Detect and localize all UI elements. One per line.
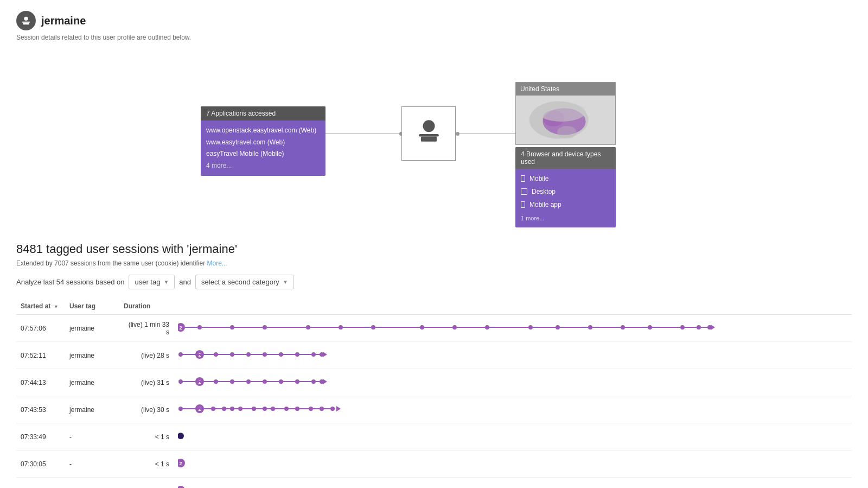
- apps-box-body: www.openstack.easytravel.com (Web) www.e…: [201, 121, 326, 176]
- svg-point-0: [24, 17, 28, 21]
- table-header-row: Started at ▼ User tag Duration: [16, 299, 852, 315]
- table-row[interactable]: 07:43:53jermaine(live) 30 s2: [16, 396, 852, 423]
- table-row[interactable]: 07:44:13jermaine(live) 31 s2: [16, 369, 852, 396]
- svg-point-38: [230, 352, 234, 357]
- cell-chart: 2: [174, 369, 852, 396]
- device-mobileapp: Mobile app: [521, 198, 610, 211]
- col-header-duration: Duration: [119, 299, 174, 315]
- timeline-svg: 2: [178, 401, 748, 417]
- cell-duration: (live) 31 s: [119, 369, 174, 396]
- timeline-svg: [178, 428, 748, 444]
- device-label-mobile: Mobile: [529, 172, 548, 185]
- app-item-3: easyTravel Mobile (Mobile): [206, 148, 320, 160]
- user-node-icon: [414, 116, 444, 151]
- svg-point-76: [178, 433, 184, 439]
- svg-marker-75: [336, 406, 341, 411]
- svg-point-42: [295, 352, 299, 357]
- cell-started: 07:43:53: [16, 396, 65, 423]
- svg-point-73: [320, 407, 324, 411]
- svg-point-69: [271, 407, 275, 411]
- svg-point-27: [621, 325, 625, 329]
- analyze-text: Analyze last 54 sessions based on: [16, 278, 124, 286]
- svg-point-20: [371, 325, 375, 329]
- svg-point-39: [246, 352, 251, 357]
- cell-tag: jermaine: [65, 342, 119, 369]
- svg-point-56: [311, 379, 316, 384]
- cell-chart: 2: [174, 396, 852, 423]
- and-text: and: [179, 278, 191, 286]
- device-mobile: Mobile: [521, 172, 610, 185]
- svg-point-28: [648, 325, 652, 329]
- cell-started: 07:30:05: [16, 451, 65, 478]
- cell-started: 07:57:06: [16, 315, 65, 342]
- cell-duration: (live) 30 s: [119, 396, 174, 423]
- svg-point-53: [263, 379, 267, 384]
- svg-point-65: [230, 407, 234, 411]
- cell-tag: -: [65, 451, 119, 478]
- cell-chart: 2: [174, 451, 852, 478]
- second-category-dropdown[interactable]: select a second category ▼: [195, 275, 294, 289]
- cell-duration: < 1 s: [119, 451, 174, 478]
- cell-chart: 2: [174, 478, 852, 489]
- location-box: United States: [515, 82, 616, 145]
- location-map: [516, 96, 615, 144]
- timeline-svg: 2: [178, 455, 748, 471]
- device-box: 4 Browser and device types used Mobile D…: [515, 147, 616, 227]
- svg-rect-2: [23, 23, 29, 25]
- svg-point-63: [211, 407, 215, 411]
- dropdown2-arrow: ▼: [283, 279, 288, 285]
- cell-tag: jermaine: [65, 396, 119, 423]
- svg-point-74: [330, 407, 335, 411]
- diagram-area: 7 Applications accessed www.openstack.ea…: [16, 52, 852, 226]
- svg-point-18: [306, 325, 310, 329]
- svg-text:2: 2: [179, 461, 182, 466]
- svg-point-40: [263, 352, 267, 357]
- user-subtitle: Session details related to this user pro…: [16, 34, 852, 41]
- svg-point-68: [263, 407, 267, 411]
- cell-tag: -: [65, 423, 119, 451]
- sessions-subtitle-text: Extended by 7007 sessions from the same …: [16, 259, 205, 267]
- device-label-mobileapp: Mobile app: [529, 198, 561, 211]
- sort-arrow-started: ▼: [54, 304, 59, 309]
- svg-point-3: [423, 120, 435, 132]
- svg-rect-1: [22, 22, 30, 23]
- device-label-desktop: Desktop: [532, 185, 556, 198]
- more-link[interactable]: More...: [207, 259, 227, 267]
- desktop-icon: [521, 188, 527, 195]
- timeline-svg: 2: [178, 319, 748, 335]
- svg-point-66: [238, 407, 242, 411]
- svg-point-25: [556, 325, 560, 329]
- timeline-svg: 2: [178, 346, 748, 363]
- svg-point-16: [230, 325, 234, 329]
- svg-point-67: [252, 407, 256, 411]
- timeline-svg: 2: [178, 373, 748, 390]
- svg-point-29: [680, 325, 685, 329]
- cell-duration: (live) 1 min 33 s: [119, 315, 174, 342]
- table-row[interactable]: 07:52:11jermaine(live) 28 s2: [16, 342, 852, 369]
- device-desktop: Desktop: [521, 185, 610, 198]
- sessions-subtitle: Extended by 7007 sessions from the same …: [16, 259, 852, 267]
- svg-point-55: [295, 379, 299, 384]
- connector-left-line: [326, 134, 401, 134]
- svg-point-54: [279, 379, 283, 384]
- device-box-header: 4 Browser and device types used: [515, 147, 616, 169]
- col-header-chart: [174, 299, 852, 315]
- table-row[interactable]: 07:57:06jermaine(live) 1 min 33 s2: [16, 315, 852, 342]
- cell-tag: jermaine: [65, 478, 119, 489]
- user-tag-dropdown[interactable]: user tag ▼: [129, 275, 175, 289]
- sessions-title: 8481 tagged user sessions with 'jermaine…: [16, 242, 852, 256]
- cell-chart: 2: [174, 315, 852, 342]
- svg-point-24: [528, 325, 533, 329]
- col-duration-label: Duration: [124, 302, 150, 310]
- table-row[interactable]: 07:28:06jermaine1 min 47 s2: [16, 478, 852, 489]
- col-header-started[interactable]: Started at ▼: [16, 299, 65, 315]
- user-header: jermaine: [16, 11, 852, 30]
- cell-started: 07:44:13: [16, 369, 65, 396]
- table-row[interactable]: 07:30:05-< 1 s2: [16, 451, 852, 478]
- cell-started: 07:28:06: [16, 478, 65, 489]
- svg-point-23: [485, 325, 489, 329]
- svg-marker-45: [323, 352, 327, 357]
- table-row[interactable]: 07:33:49-< 1 s: [16, 423, 852, 451]
- svg-point-50: [214, 379, 218, 384]
- svg-point-10: [538, 102, 586, 122]
